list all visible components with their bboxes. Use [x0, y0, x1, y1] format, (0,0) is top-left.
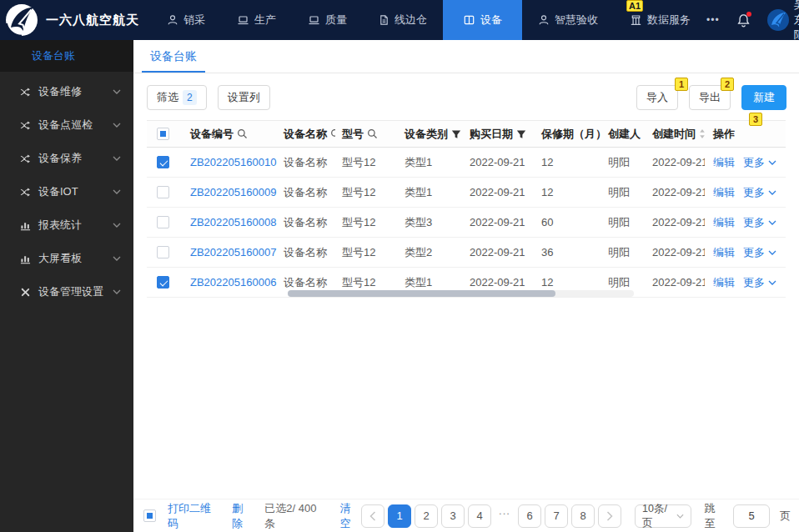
cell-value: 12	[541, 156, 553, 168]
select-all-footer-checkbox[interactable]	[143, 509, 156, 522]
footer-bar: 打印二维码 删除 已选2/ 400 条 清空 1234...678 10条/页 …	[133, 499, 799, 532]
prev-page-button[interactable]	[361, 504, 384, 528]
row-checkbox[interactable]	[157, 276, 169, 289]
column-label: 购买日期	[470, 127, 513, 142]
device-code-link[interactable]: ZB202205160006	[190, 276, 276, 289]
sidebar-group-2[interactable]: 设备点巡检	[0, 108, 133, 142]
cell-value: 2022-09-21 0	[652, 156, 705, 168]
cell-value: 型号12	[342, 185, 375, 200]
filter-button[interactable]: 筛选 2	[147, 85, 207, 110]
select-all-checkbox[interactable]	[157, 128, 169, 140]
next-page-button[interactable]	[598, 504, 621, 528]
topnav-menu: 销采生产质量线边仓设备智慧验收数据服务	[151, 0, 706, 40]
more-button[interactable]: 更多	[743, 215, 776, 230]
chevron-down-icon	[768, 160, 776, 165]
annotation-badge-1: 1	[675, 78, 688, 91]
cell-value: 类型1	[405, 155, 432, 170]
cell-value: 2022-09-21	[470, 216, 525, 228]
edit-button[interactable]: 编辑	[713, 155, 735, 170]
device-code-link[interactable]: ZB202205160009	[190, 186, 276, 198]
print-qrcode-button[interactable]: 打印二维码	[168, 501, 220, 531]
more-button[interactable]: 更多	[743, 155, 776, 170]
sidebar-group-4[interactable]: 设备IOT	[0, 175, 133, 208]
delete-button[interactable]: 删除	[232, 501, 253, 531]
cell-created: 2022-09-21 0	[646, 216, 705, 228]
cell-value: 2022-09-21	[470, 186, 525, 198]
page-button-7[interactable]: 7	[545, 504, 568, 528]
more-button[interactable]: 更多	[743, 245, 776, 260]
edit-button[interactable]: 编辑	[713, 245, 735, 260]
import-button[interactable]: 导入	[636, 85, 678, 110]
device-code-link[interactable]: ZB202205160008	[190, 216, 276, 228]
filter-icon[interactable]	[451, 129, 461, 139]
edit-button[interactable]: 编辑	[713, 275, 735, 290]
cell-value: 明阳	[608, 245, 630, 260]
page-button-8[interactable]: 8	[571, 504, 595, 528]
page-button-4[interactable]: 4	[468, 504, 491, 528]
sidebar-group-1[interactable]: 设备维修	[0, 75, 133, 108]
more-button-label: 更多	[743, 155, 765, 170]
column-label: 创建时间	[652, 127, 696, 142]
cell-model: 型号12	[335, 245, 398, 260]
device-code-link[interactable]: ZB202205160007	[190, 246, 276, 258]
cell-name: 设备名称	[277, 155, 335, 170]
more-button[interactable]: 更多	[743, 275, 776, 290]
cell-actions: 编辑更多	[705, 245, 786, 260]
topnav-item-6[interactable]: 智慧验收	[522, 0, 614, 40]
user-menu[interactable]: 吴东阳	[767, 0, 799, 43]
row-checkbox[interactable]	[157, 216, 169, 228]
sidebar-group-5[interactable]: 报表统计	[0, 208, 133, 242]
notification-bell-icon[interactable]	[736, 13, 751, 28]
table-header-cell-5: 购买日期	[463, 127, 535, 142]
table-header-cell-9: 操作	[705, 127, 786, 142]
filter-count-badge: 2	[183, 90, 197, 105]
horizontal-scrollbar-thumb[interactable]	[288, 290, 555, 297]
sidebar-group-7[interactable]: 设备管理设置	[0, 275, 133, 309]
import-button-label: 导入	[646, 90, 668, 105]
cell-category: 类型2	[398, 245, 463, 260]
jump-page-input[interactable]	[733, 504, 770, 528]
page-button-6[interactable]: 6	[518, 504, 541, 528]
cell-creator: 明阳	[601, 275, 646, 290]
topnav-item-3[interactable]: 质量	[292, 0, 363, 40]
page-button-2[interactable]: 2	[415, 504, 438, 528]
page-button-3[interactable]: 3	[441, 504, 465, 528]
row-checkbox-cell	[147, 216, 183, 228]
device-code-link[interactable]: ZB202205160010	[190, 156, 276, 168]
edit-button[interactable]: 编辑	[713, 185, 735, 200]
bank-icon	[630, 14, 642, 26]
chevron-down-icon	[113, 256, 121, 261]
create-button[interactable]: 新建	[741, 85, 786, 110]
cell-value: 设备名称	[284, 245, 327, 260]
filter-icon[interactable]	[516, 129, 526, 139]
row-checkbox[interactable]	[157, 186, 169, 198]
topnav-item-4[interactable]: 线边仓	[363, 0, 443, 40]
page-size-select[interactable]: 10条/页	[635, 504, 691, 528]
user-icon	[538, 14, 550, 26]
topnav-item-1[interactable]: 销采	[151, 0, 221, 40]
clear-selection-button[interactable]: 清空	[340, 501, 361, 531]
search-icon[interactable]	[367, 128, 378, 139]
more-menu-icon[interactable]: •••	[706, 14, 720, 26]
edit-button[interactable]: 编辑	[713, 215, 735, 230]
cell-value: 2022-09-21 0	[652, 276, 705, 289]
set-columns-button[interactable]: 设置列	[218, 85, 270, 110]
horizontal-scrollbar[interactable]	[288, 290, 634, 297]
search-icon[interactable]	[237, 128, 248, 139]
topnav-item-5[interactable]: 设备	[443, 0, 522, 40]
tab-device-ledger[interactable]: 设备台账	[142, 40, 205, 73]
sidebar-group-3[interactable]: 设备保养	[0, 142, 133, 175]
page-button-1[interactable]: 1	[388, 504, 411, 528]
topnav-item-label: 设备	[480, 13, 502, 28]
row-checkbox[interactable]	[157, 246, 169, 258]
page-ellipsis[interactable]: ...	[495, 504, 515, 528]
book-icon	[463, 14, 475, 26]
column-label: 型号	[342, 127, 364, 142]
row-checkbox[interactable]	[157, 156, 169, 168]
topnav-item-2[interactable]: 生产	[221, 0, 292, 40]
topnav-item-label: 数据服务	[647, 13, 691, 28]
sidebar-item-device-ledger[interactable]: 设备台账	[0, 40, 133, 72]
sorter-icon[interactable]	[699, 128, 705, 139]
more-button[interactable]: 更多	[743, 185, 776, 200]
sidebar-group-6[interactable]: 大屏看板	[0, 242, 133, 275]
